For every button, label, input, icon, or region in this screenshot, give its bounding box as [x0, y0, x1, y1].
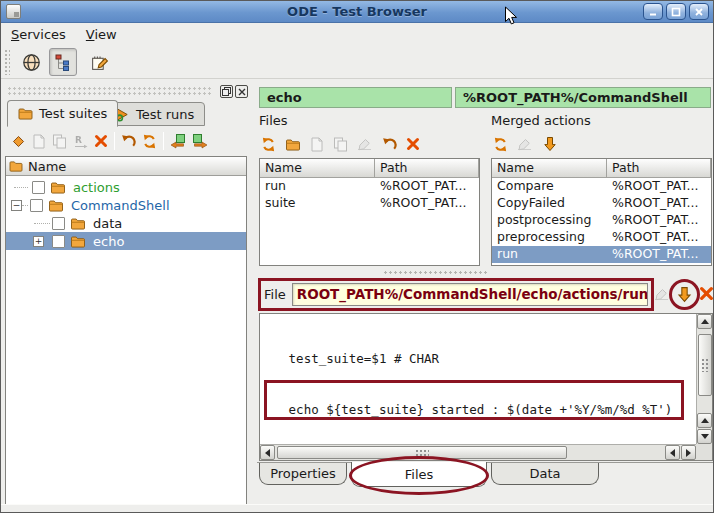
dock-float-button[interactable] [220, 85, 233, 98]
refresh-icon[interactable] [261, 137, 276, 152]
files-table: Name Path run%ROOT_PAT... suite%ROOT_PAT… [259, 158, 480, 266]
copy-icon[interactable] [52, 134, 67, 149]
tree-row-commandshell[interactable]: − CommandShell [6, 196, 246, 214]
tree-row-data[interactable]: data [6, 214, 246, 232]
svg-text:R: R [75, 134, 82, 144]
table-row[interactable]: CopyFailed%ROOT_PAT... [492, 195, 711, 212]
folder-icon [9, 160, 23, 172]
scroll-left-button-2[interactable] [665, 445, 680, 460]
import-icon[interactable] [170, 133, 186, 149]
notebook-edit-button[interactable] [85, 48, 113, 76]
table-row[interactable]: suite%ROOT_PAT... [260, 195, 479, 212]
tree-view-icon [54, 53, 72, 71]
horizontal-scrollbar[interactable] [260, 444, 696, 460]
script-text[interactable]: test_suite=$1 # CHAR echo ${test_suite} … [261, 316, 695, 443]
delete-icon[interactable] [94, 134, 108, 148]
rename-icon[interactable]: R [73, 134, 88, 149]
export-icon[interactable] [192, 133, 208, 149]
table-row-selected[interactable]: run%ROOT_PAT... [492, 246, 711, 263]
table-row[interactable]: run%ROOT_PAT... [260, 178, 479, 195]
dock-close-button[interactable] [235, 85, 248, 98]
checkbox[interactable] [52, 235, 65, 248]
tree-row-actions[interactable]: actions [6, 178, 246, 196]
merged-col-name[interactable]: Name [492, 159, 607, 178]
table-row[interactable]: postprocessing%ROOT_PAT... [492, 212, 711, 229]
file-path-input[interactable]: ROOT_PATH%/CommandShell/echo/actions/run [292, 283, 648, 306]
undo-icon[interactable] [121, 134, 136, 149]
script-viewer: test_suite=$1 # CHAR echo ${test_suite} … [259, 313, 713, 461]
scroll-down-button[interactable] [697, 429, 712, 444]
suite-path: %ROOT_PATH%/CommandShell [455, 87, 711, 108]
splitter-handle[interactable] [383, 270, 487, 276]
minimize-button[interactable] [643, 3, 663, 20]
database-view-button[interactable] [17, 48, 45, 76]
file-field-annotation-box: File ROOT_PATH%/CommandShell/echo/action… [258, 278, 654, 311]
tab-data[interactable]: Data [491, 463, 599, 485]
collapse-expander[interactable]: − [11, 200, 22, 211]
tab-test-runs[interactable]: Test runs [104, 102, 205, 126]
edit-icon[interactable] [357, 137, 373, 151]
delete-icon[interactable] [699, 286, 714, 301]
copy-icon[interactable] [333, 137, 348, 152]
arrow-down-icon[interactable] [676, 286, 693, 303]
folder-icon [70, 235, 86, 248]
refresh-icon[interactable] [142, 134, 157, 149]
edit-icon[interactable] [654, 287, 670, 301]
arrow-annotation-circle [669, 279, 700, 310]
folder-icon [48, 199, 64, 212]
tree-toolbar: R [11, 129, 208, 153]
tree-column-header[interactable]: Name [6, 157, 246, 176]
expand-expander[interactable]: + [33, 236, 44, 247]
tab-properties[interactable]: Properties [259, 463, 347, 485]
scrollbar-corner [696, 444, 712, 460]
scroll-left-button[interactable] [260, 445, 275, 460]
merged-col-path[interactable]: Path [607, 159, 711, 178]
title-bar[interactable]: ODE - Test Browser [1, 1, 713, 23]
database-icon [22, 53, 41, 72]
close-button[interactable] [689, 3, 709, 20]
edit-icon[interactable] [517, 137, 533, 151]
dock-drag-handle[interactable] [7, 86, 213, 97]
folder-icon [70, 217, 86, 230]
open-folder-icon[interactable] [285, 138, 301, 151]
menu-bar: Services View [1, 24, 713, 45]
scroll-right-button[interactable] [681, 445, 696, 460]
checkbox[interactable] [30, 199, 43, 212]
menu-view[interactable]: View [82, 25, 127, 44]
vertical-scroll-thumb[interactable] [698, 334, 712, 396]
files-col-name[interactable]: Name [260, 159, 375, 178]
clear-icon[interactable] [11, 134, 26, 149]
suite-name: echo [259, 87, 452, 108]
maximize-button[interactable] [666, 3, 686, 20]
arrow-down-icon[interactable] [542, 136, 558, 152]
menu-services[interactable]: Services [7, 25, 76, 44]
tree-row-echo[interactable]: + echo [6, 232, 246, 250]
checkbox[interactable] [32, 181, 45, 194]
refresh-icon[interactable] [493, 137, 508, 152]
new-file-icon[interactable] [32, 134, 46, 149]
scroll-up-button[interactable] [697, 314, 712, 329]
merged-actions-label: Merged actions [491, 113, 591, 128]
delete-icon[interactable] [406, 137, 420, 151]
files-col-path[interactable]: Path [375, 159, 479, 178]
tab-test-suites[interactable]: Test suites [7, 100, 118, 127]
table-row[interactable]: Compare%ROOT_PAT... [492, 178, 711, 195]
checkbox[interactable] [52, 217, 65, 230]
merged-actions-table: Name Path Compare%ROOT_PAT... CopyFailed… [491, 158, 712, 266]
table-row[interactable]: preprocessing%ROOT_PAT... [492, 229, 711, 246]
files-toolbar [261, 132, 420, 156]
app-window: ODE - Test Browser Services View Test [0, 0, 714, 513]
vertical-scrollbar[interactable] [696, 314, 712, 444]
tab-files[interactable]: Files [351, 462, 487, 487]
selected-suite-banner: echo %ROOT_PATH%/CommandShell [259, 87, 711, 108]
undo-icon[interactable] [382, 137, 397, 152]
tree-view-button[interactable] [49, 48, 77, 76]
toolbar-separator [114, 132, 115, 150]
new-file-icon[interactable] [310, 137, 324, 152]
toolbar-drag-handle[interactable] [4, 49, 10, 75]
merged-actions-toolbar [493, 132, 558, 156]
test-suite-tree: Name actions − CommandShell data [5, 156, 247, 505]
horizontal-scroll-thumb[interactable] [277, 446, 567, 459]
scroll-up-button-2[interactable] [697, 413, 712, 428]
window-title: ODE - Test Browser [1, 4, 713, 19]
